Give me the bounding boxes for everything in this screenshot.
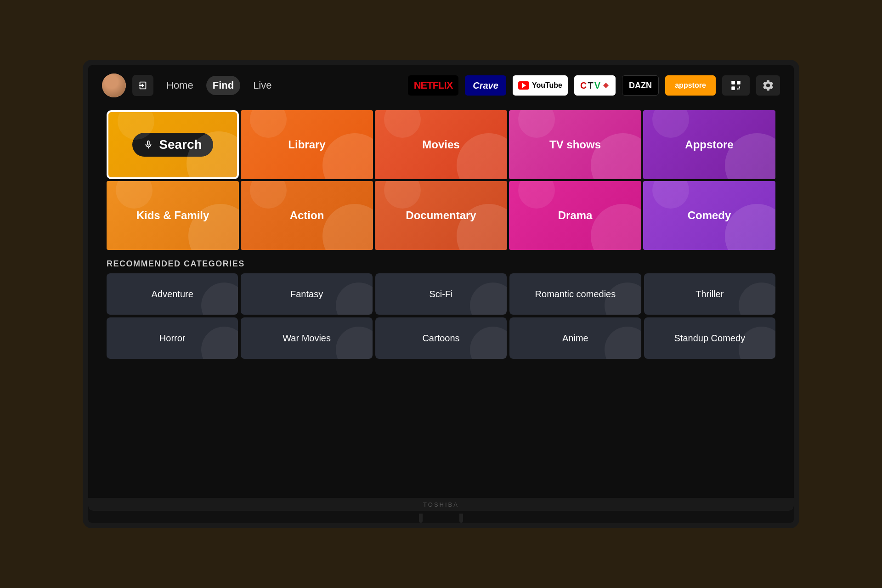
rec-horror[interactable]: Horror xyxy=(107,317,238,359)
nav-home[interactable]: Home xyxy=(160,76,200,95)
settings-button[interactable] xyxy=(756,75,780,96)
category-tvshows[interactable]: TV shows xyxy=(509,110,641,179)
rec-standup[interactable]: Standup Comedy xyxy=(644,317,775,359)
search-pill: Search xyxy=(132,133,213,157)
tv-bottom: TOSHIBA xyxy=(88,498,794,511)
category-search[interactable]: Search xyxy=(107,110,239,179)
youtube-logo[interactable]: YouTube xyxy=(513,75,568,96)
avatar[interactable] xyxy=(102,74,126,97)
search-label: Search xyxy=(159,137,202,152)
svg-rect-2 xyxy=(737,81,741,85)
category-movies[interactable]: Movies xyxy=(375,110,507,179)
crave-logo[interactable]: Crave xyxy=(465,75,506,96)
youtube-play-icon xyxy=(518,81,529,90)
tv-frame: Home Find Live NETFLIX Crave YouTube C T xyxy=(83,60,799,528)
category-kids[interactable]: Kids & Family xyxy=(107,181,239,250)
rec-cartoons[interactable]: Cartoons xyxy=(375,317,507,359)
category-grid: Search Library Movies TV shows Appstore … xyxy=(107,110,775,250)
ctv-logo[interactable]: C T V xyxy=(574,75,616,96)
rec-romantic[interactable]: Romantic comedies xyxy=(509,273,641,315)
stand-leg-right xyxy=(459,514,463,523)
netflix-logo[interactable]: NETFLIX xyxy=(408,75,458,96)
svg-rect-4 xyxy=(738,88,740,89)
category-comedy[interactable]: Comedy xyxy=(643,181,775,250)
signin-icon[interactable] xyxy=(132,75,153,96)
category-action[interactable]: Action xyxy=(241,181,373,250)
mic-icon xyxy=(143,138,153,151)
nav-find[interactable]: Find xyxy=(206,76,240,95)
appstore-logo[interactable]: appstore xyxy=(665,75,716,96)
recommended-title: RECOMMENDED CATEGORIES xyxy=(107,259,775,269)
rec-war[interactable]: War Movies xyxy=(241,317,372,359)
category-library[interactable]: Library xyxy=(241,110,373,179)
category-documentary[interactable]: Documentary xyxy=(375,181,507,250)
rec-anime[interactable]: Anime xyxy=(509,317,641,359)
rec-adventure[interactable]: Adventure xyxy=(107,273,238,315)
svg-marker-0 xyxy=(603,83,609,88)
main-content: Search Library Movies TV shows Appstore … xyxy=(88,106,794,498)
svg-rect-1 xyxy=(731,81,735,85)
dazn-logo[interactable]: DAZN xyxy=(622,75,659,96)
tv-brand: TOSHIBA xyxy=(423,501,459,508)
svg-rect-3 xyxy=(731,86,735,90)
top-nav: Home Find Live NETFLIX Crave YouTube C T xyxy=(88,65,794,106)
recommended-section: RECOMMENDED CATEGORIES Adventure Fantasy… xyxy=(107,259,775,359)
stand-leg-left xyxy=(419,514,423,523)
nav-live[interactable]: Live xyxy=(247,76,278,95)
tv-stand xyxy=(88,514,794,523)
grid-apps-button[interactable] xyxy=(722,75,750,96)
category-appstore[interactable]: Appstore xyxy=(643,110,775,179)
rec-scifi[interactable]: Sci-Fi xyxy=(375,273,507,315)
rec-thriller[interactable]: Thriller xyxy=(644,273,775,315)
rec-fantasy[interactable]: Fantasy xyxy=(241,273,372,315)
tv-screen: Home Find Live NETFLIX Crave YouTube C T xyxy=(88,65,794,511)
recommended-grid: Adventure Fantasy Sci-Fi Romantic comedi… xyxy=(107,273,775,359)
category-drama[interactable]: Drama xyxy=(509,181,641,250)
